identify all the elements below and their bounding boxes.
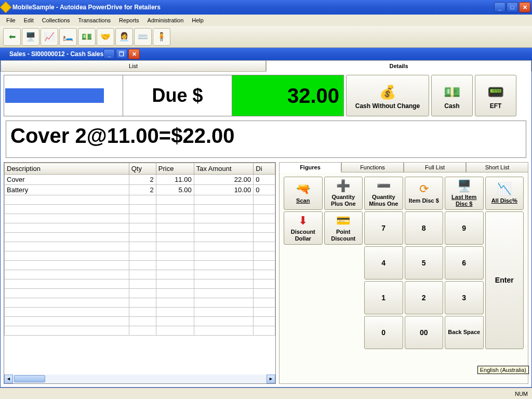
due-amount: 32.00 [232,75,344,116]
scroll-right-button[interactable]: ► [267,375,275,383]
col-price[interactable]: Price [156,163,194,175]
chart-down-icon: 📉 [497,182,511,196]
point-discount-button[interactable]: 💳Point Discount [324,211,363,245]
sales-titlebar: Sales - SI00000012 - Cash Sales _ ❐ ✕ [0,48,532,60]
key-00[interactable]: 00 [405,316,444,349]
support-icon[interactable]: 👩‍💼 [115,28,133,46]
menu-file[interactable]: File [2,16,20,24]
statusbar: NUM [0,388,532,399]
due-row: Due $ 32.00 💰 Cash Without Change 💵 Cash… [1,72,531,116]
chart-icon[interactable]: 📈 [41,28,58,46]
child-close-button[interactable]: ✕ [128,49,140,59]
key-8[interactable]: 8 [405,211,444,245]
key-3[interactable]: 3 [445,281,484,314]
cash-without-change-label: Cash Without Change [355,102,420,110]
cash-button[interactable]: 💵 Cash [431,75,473,116]
bed-icon[interactable]: 🛏️ [59,28,77,46]
subtab-full-list[interactable]: Full List [404,162,466,172]
child-restore-button[interactable]: ❐ [116,49,127,59]
language-tooltip: English (Australia) [477,366,529,374]
cash-icon: 💵 [444,82,460,102]
cash-label: Cash [444,102,459,110]
menu-reports[interactable]: Reports [115,16,143,24]
hands-icon[interactable]: 🤝 [97,28,114,46]
col-qty[interactable]: Qty [129,163,156,175]
plus-icon: ➕ [336,179,350,193]
subtab-functions[interactable]: Functions [341,162,404,172]
horizontal-scrollbar[interactable]: ◄ ► [4,375,275,383]
sales-icon [2,50,9,58]
key-9[interactable]: 9 [445,211,484,245]
key-7[interactable]: 7 [364,211,403,245]
scan-button[interactable]: 🔫Scan [284,177,323,210]
sales-window: Sales - SI00000012 - Cash Sales _ ❐ ✕ Li… [0,48,532,388]
menu-collections[interactable]: Collections [38,16,74,24]
cash-without-change-button[interactable]: 💰 Cash Without Change [346,75,429,116]
minimize-button[interactable]: _ [494,2,506,12]
app-icon [0,2,11,14]
progress-bar [4,75,123,116]
pos-icon[interactable]: 🖥️ [22,28,39,46]
scroll-left-button[interactable]: ◄ [4,375,13,383]
subtab-short-list[interactable]: Short List [466,162,528,172]
keypad-pane: Figures Functions Full List Short List 🔫… [279,162,528,384]
tab-list[interactable]: List [1,60,266,72]
items-table[interactable]: Description Qty Price Tax Amount Di Cove… [4,163,275,336]
key-6[interactable]: 6 [445,246,484,280]
arrow-down-icon: ⬇ [298,214,308,228]
eft-label: EFT [490,102,502,110]
scanner-icon: 🔫 [296,182,310,196]
sales-title: Sales - SI00000012 - Cash Sales [9,50,103,58]
table-row[interactable]: Cover 2 11.00 22.00 0 [5,175,275,185]
monitor-icon: 🖥️ [457,179,471,193]
eft-terminal-icon: 📟 [487,82,504,102]
main-window: MobileSample - Autoidea PowerDrive for R… [0,0,532,399]
all-disc-pct-button[interactable]: 📉All Disc% [485,177,524,210]
main-titlebar: MobileSample - Autoidea PowerDrive for R… [0,0,532,15]
minus-icon: ➖ [377,179,391,193]
key-1[interactable]: 1 [364,281,403,314]
tab-details[interactable]: Details [266,60,531,72]
col-di[interactable]: Di [254,163,275,175]
table-row[interactable]: Battery 2 5.00 10.00 0 [5,185,275,195]
eft-button[interactable]: 📟 EFT [475,75,516,116]
menu-transactions[interactable]: Transactions [74,16,115,24]
card-icon: 💳 [336,214,350,228]
qty-minus-button[interactable]: ➖Quantity Minus One [364,177,403,210]
money-bag-icon: 💰 [379,82,396,102]
key-backspace[interactable]: Back Space [445,316,484,349]
close-button[interactable]: ✕ [519,2,530,12]
last-item-disc-dollar-button[interactable]: 🖥️Last Item Disc $ [445,177,484,210]
main-title: MobileSample - Autoidea PowerDrive for R… [12,4,161,11]
back-button[interactable]: ⬅ [3,28,21,46]
child-minimize-button[interactable]: _ [103,49,115,59]
col-description[interactable]: Description [5,163,129,175]
menu-edit[interactable]: Edit [20,16,38,24]
key-5[interactable]: 5 [405,246,444,280]
key-0[interactable]: 0 [364,316,403,349]
menu-help[interactable]: Help [188,16,208,24]
menubar: File Edit Collections Transactions Repor… [0,15,532,26]
col-tax-amount[interactable]: Tax Amount [194,163,254,175]
key-enter[interactable]: Enter [485,211,524,349]
subtab-figures[interactable]: Figures [279,162,341,172]
maximize-button[interactable]: □ [507,2,518,12]
menu-administration[interactable]: Administration [143,16,188,24]
item-disc-dollar-button[interactable]: ⟳Item Disc $ [405,177,444,210]
qty-plus-button[interactable]: ➕Quantity Plus One [324,177,363,210]
person-icon[interactable]: 🧍 [153,28,170,46]
money-icon[interactable]: 💵 [78,28,96,46]
keyboard-icon[interactable]: ⌨️ [134,28,152,46]
top-tabs: List Details [1,60,531,72]
scroll-thumb[interactable] [14,375,45,382]
toolbar: ⬅ 🖥️ 📈 🛏️ 💵 🤝 👩‍💼 ⌨️ 🧍 [0,26,532,48]
status-num: NUM [515,391,528,397]
due-label: Due $ [123,75,232,116]
key-2[interactable]: 2 [405,281,444,314]
mdi-area: Sales - SI00000012 - Cash Sales _ ❐ ✕ Li… [0,48,532,388]
refresh-icon: ⟳ [419,182,429,196]
key-4[interactable]: 4 [364,246,403,280]
items-table-wrap: Description Qty Price Tax Amount Di Cove… [4,162,276,384]
current-item-display: Cover 2@11.00=$22.00 [6,121,526,158]
discount-dollar-button[interactable]: ⬇Discount Dollar [284,211,323,245]
